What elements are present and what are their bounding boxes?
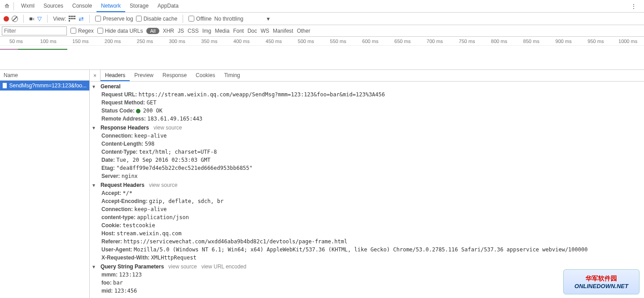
throttling-select[interactable]: No throttling <box>215 16 245 22</box>
filter-input[interactable] <box>2 26 67 35</box>
tab-timing[interactable]: Timing <box>219 70 245 81</box>
kv-referer: Referer: https://servicewechat.com/wxdd4… <box>90 238 644 246</box>
section-general[interactable]: ▼ General <box>90 82 644 91</box>
tab-network[interactable]: Network <box>96 0 125 12</box>
preserve-log-label: Preserve log <box>103 16 133 22</box>
tab-preview[interactable]: Preview <box>130 70 158 81</box>
tab-response[interactable]: Response <box>158 70 191 81</box>
kv-remote-address: Remote Address: 183.61.49.165:443 <box>90 115 644 123</box>
tick: 250 ms <box>129 37 161 45</box>
tick: 400 ms <box>225 37 258 45</box>
close-icon[interactable]: × <box>90 70 101 81</box>
kv-connection: Connection: keep-alive <box>90 205 644 213</box>
section-response-headers[interactable]: ▼ Response Headers view source <box>90 123 644 132</box>
view-source-link[interactable]: view source <box>168 263 197 270</box>
devtools-top-tabs: ⟰ Wxml Sources Console Network Storage A… <box>0 0 644 13</box>
timeline-bar <box>0 49 18 50</box>
filter-doc[interactable]: Doc <box>247 28 257 34</box>
kv-accept: Accept: */* <box>90 189 644 197</box>
kv-status-code: Status Code: 200 OK <box>90 107 644 115</box>
tick: 300 ms <box>161 37 193 45</box>
tab-cookies[interactable]: Cookies <box>191 70 219 81</box>
filter-other[interactable]: Other <box>297 28 310 34</box>
timeline-overview[interactable] <box>0 46 644 70</box>
chevron-down-icon[interactable]: ▼ <box>266 16 271 22</box>
document-icon <box>3 83 7 88</box>
tab-wxml[interactable]: Wxml <box>17 0 39 12</box>
caret-down-icon: ▼ <box>92 183 96 188</box>
tick: 800 ms <box>483 37 515 45</box>
disable-cache-label: Disable cache <box>144 16 177 22</box>
filter-media[interactable]: Media <box>215 28 230 34</box>
tab-appdata[interactable]: AppData <box>153 0 183 12</box>
view-source-link[interactable]: view source <box>149 182 177 188</box>
filter-xhr[interactable]: XHR <box>163 28 174 34</box>
tick: 100 ms <box>32 37 65 45</box>
preserve-log-checkbox[interactable]: Preserve log <box>95 16 133 22</box>
view-label: View: <box>53 16 66 22</box>
timeline-bar <box>18 49 49 50</box>
record-icon[interactable] <box>4 16 9 22</box>
separator <box>183 15 183 23</box>
inspect-icon[interactable]: ⟰ <box>3 3 11 9</box>
screenshot-icon[interactable]: ■‹ <box>29 15 35 22</box>
tick: 750 ms <box>451 37 483 45</box>
waterfall-icon[interactable]: ⇄ <box>79 15 84 22</box>
filter-manifest[interactable]: Manifest <box>273 28 293 34</box>
tick: 50 ms <box>0 37 32 45</box>
tick: 200 ms <box>96 37 129 45</box>
request-name: SendMsg?mmm=123:123&foo... <box>9 82 87 89</box>
offline-label: Offline <box>196 16 211 22</box>
tab-sources[interactable]: Sources <box>39 0 68 12</box>
detail-tabs: × Headers Preview Response Cookies Timin… <box>90 70 644 82</box>
more-menu-icon[interactable]: ⋮ <box>626 3 641 10</box>
separator <box>13 2 14 10</box>
tick: 550 ms <box>322 37 355 45</box>
filter-all[interactable]: All <box>146 28 159 34</box>
clear-icon[interactable] <box>12 16 18 22</box>
tab-storage[interactable]: Storage <box>125 0 153 12</box>
filter-css[interactable]: CSS <box>188 28 199 34</box>
watermark-en: ONLINEDOWN.NET <box>574 283 628 289</box>
regex-checkbox[interactable]: Regex <box>70 28 94 34</box>
kv-connection: Connection: keep-alive <box>90 132 644 140</box>
kv-content-length: Content-Length: 598 <box>90 140 644 148</box>
section-request-headers[interactable]: ▼ Request Headers view source <box>90 180 644 189</box>
request-row[interactable]: SendMsg?mmm=123:123&foo... <box>0 81 89 91</box>
large-rows-icon[interactable] <box>69 16 76 22</box>
tab-headers[interactable]: Headers <box>101 70 130 81</box>
kv-request-url: Request URL: https://stream.weixin.qq.co… <box>90 91 644 99</box>
filter-img[interactable]: Img <box>202 28 211 34</box>
tick: 1000 ms <box>612 37 644 45</box>
kv-server: Server: nginx <box>90 172 644 180</box>
tab-console[interactable]: Console <box>68 0 96 12</box>
tick: 650 ms <box>386 37 419 45</box>
kv-x-requested-with: X-Requested-With: XMLHttpRequest <box>90 254 644 262</box>
filter-ws[interactable]: WS <box>261 28 269 34</box>
timeline-ruler[interactable]: 50 ms 100 ms 150 ms 200 ms 250 ms 300 ms… <box>0 37 644 46</box>
request-list: Name SendMsg?mmm=123:123&foo... <box>0 70 90 298</box>
column-header-name[interactable]: Name <box>0 70 89 81</box>
view-source-link[interactable]: view source <box>153 125 182 131</box>
filter-bar: Regex Hide data URLs All XHR JS CSS Img … <box>0 25 644 37</box>
tick: 500 ms <box>290 37 322 45</box>
kv-content-type: content-type: application/json <box>90 213 644 221</box>
view-url-encoded-link[interactable]: view URL encoded <box>202 263 246 270</box>
kv-mmm: mmm: 123:123 <box>90 271 644 279</box>
kv-content-type: Content-Type: text/html; charset=UTF-8 <box>90 148 644 156</box>
hide-data-urls-checkbox[interactable]: Hide data URLs <box>97 28 143 34</box>
offline-checkbox[interactable]: Offline <box>188 16 211 22</box>
tick: 700 ms <box>419 37 451 45</box>
section-query-string[interactable]: ▼ Query String Parameters view source vi… <box>90 262 644 271</box>
filter-icon[interactable]: ▽ <box>37 15 42 22</box>
kv-request-method: Request Method: GET <box>90 99 644 107</box>
caret-down-icon: ▼ <box>92 264 96 269</box>
network-toolbar: ■‹ ▽ View: ⇄ Preserve log Disable cache … <box>0 13 644 25</box>
filter-js[interactable]: JS <box>178 28 184 34</box>
filter-font[interactable]: Font <box>233 28 244 34</box>
kv-date: Date: Tue, 20 Sep 2016 02:53:03 GMT <box>90 156 644 164</box>
tick: 900 ms <box>548 37 580 45</box>
separator <box>47 15 48 23</box>
disable-cache-checkbox[interactable]: Disable cache <box>136 16 177 22</box>
kv-foo: foo: bar <box>90 279 644 287</box>
